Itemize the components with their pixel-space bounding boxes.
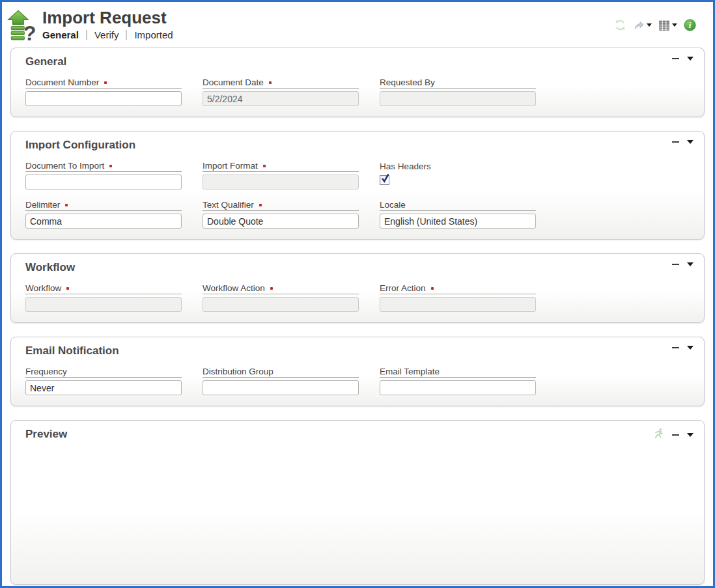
field-import-format: Import Format bbox=[203, 160, 380, 189]
field-label: Delimiter bbox=[25, 200, 60, 210]
section-import-configuration: Import Configuration Document To Import … bbox=[10, 131, 705, 240]
field-error-action: Error Action bbox=[380, 283, 557, 312]
field-label: Email Template bbox=[380, 367, 440, 376]
field-distribution-group: Distribution Group bbox=[203, 366, 380, 395]
required-marker bbox=[66, 287, 69, 290]
header-toolbar: i bbox=[614, 19, 704, 31]
section-title: Email Notification bbox=[25, 344, 695, 357]
import-question-icon: ? bbox=[7, 10, 38, 44]
document-number-input[interactable] bbox=[25, 91, 182, 106]
section-title: Workflow bbox=[25, 261, 695, 274]
field-email-template: Email Template bbox=[380, 366, 557, 395]
field-label: Import Format bbox=[203, 161, 258, 171]
field-label: Document Date bbox=[203, 77, 264, 87]
field-label: Distribution Group bbox=[203, 367, 273, 376]
field-label: Workflow Action bbox=[203, 283, 265, 293]
svg-text:i: i bbox=[689, 21, 692, 30]
section-caret-icon[interactable] bbox=[687, 262, 694, 266]
import-format-input bbox=[203, 175, 359, 189]
required-marker bbox=[263, 165, 266, 167]
required-marker bbox=[270, 287, 273, 290]
section-caret-icon[interactable] bbox=[687, 433, 694, 437]
text-qualifier-input[interactable] bbox=[203, 214, 359, 229]
section-caret-icon[interactable] bbox=[687, 57, 694, 61]
form-body: General Document Number Document Date Re… bbox=[2, 46, 713, 585]
workflow-action-input bbox=[203, 297, 359, 312]
collapse-icon[interactable] bbox=[672, 347, 679, 348]
collapse-icon[interactable] bbox=[672, 141, 679, 143]
field-workflow: Workflow bbox=[25, 283, 203, 312]
required-marker bbox=[109, 165, 112, 167]
field-text-qualifier: Text Qualifier bbox=[203, 199, 380, 229]
collapse-icon[interactable] bbox=[672, 434, 679, 436]
field-document-to-import: Document To Import bbox=[25, 160, 203, 189]
section-title: Import Configuration bbox=[25, 139, 695, 152]
info-icon: i bbox=[684, 19, 696, 31]
field-workflow-action: Workflow Action bbox=[203, 283, 380, 312]
document-date-input bbox=[203, 91, 359, 106]
section-caret-icon[interactable] bbox=[687, 346, 694, 350]
required-marker bbox=[431, 287, 434, 290]
field-label: Locale bbox=[380, 200, 406, 210]
refresh-button[interactable] bbox=[614, 19, 626, 31]
tab-bar: General Verify Imported bbox=[42, 29, 173, 40]
collapse-icon[interactable] bbox=[672, 264, 679, 265]
field-frequency: Frequency bbox=[25, 366, 203, 395]
requested-by-input bbox=[380, 91, 536, 106]
checkmark-icon bbox=[381, 173, 390, 184]
info-button[interactable]: i bbox=[684, 19, 696, 31]
svg-text:?: ? bbox=[23, 21, 36, 44]
page-title: Import Request bbox=[42, 8, 173, 27]
field-label: Document To Import bbox=[25, 161, 104, 171]
section-title: Preview bbox=[25, 428, 695, 441]
column-layout-icon bbox=[658, 20, 670, 31]
frequency-input[interactable] bbox=[25, 380, 182, 395]
field-label: Text Qualifier bbox=[203, 200, 254, 210]
section-email-notification: Email Notification Frequency Distributio… bbox=[10, 337, 705, 406]
delimiter-input[interactable] bbox=[25, 214, 182, 229]
required-marker bbox=[104, 81, 107, 84]
column-layout-button[interactable] bbox=[658, 20, 677, 31]
tab-imported[interactable]: Imported bbox=[134, 29, 173, 40]
distribution-group-input[interactable] bbox=[203, 380, 359, 395]
actions-dropdown-button[interactable] bbox=[633, 20, 652, 31]
field-has-headers: Has Headers bbox=[380, 160, 557, 189]
collapse-icon[interactable] bbox=[672, 58, 679, 59]
field-label: Workflow bbox=[25, 283, 61, 293]
tab-separator bbox=[86, 30, 87, 40]
field-label: Document Number bbox=[25, 77, 99, 87]
tab-separator bbox=[126, 30, 127, 40]
field-requested-by: Requested By bbox=[380, 77, 557, 106]
field-label: Requested By bbox=[380, 77, 435, 87]
locale-input[interactable] bbox=[380, 214, 536, 229]
tab-general[interactable]: General bbox=[42, 29, 79, 40]
field-locale: Locale bbox=[380, 199, 557, 229]
run-icon bbox=[653, 428, 664, 439]
required-marker bbox=[269, 81, 272, 84]
refresh-icon bbox=[614, 19, 626, 31]
chevron-down-icon bbox=[672, 23, 677, 27]
required-marker bbox=[65, 204, 68, 206]
chevron-down-icon bbox=[647, 23, 652, 27]
workflow-input bbox=[25, 297, 182, 312]
field-document-number: Document Number bbox=[25, 77, 203, 106]
required-marker bbox=[259, 204, 262, 206]
run-preview-button[interactable] bbox=[653, 428, 664, 441]
field-delimiter: Delimiter bbox=[25, 199, 203, 229]
section-preview: Preview bbox=[10, 420, 705, 585]
section-general: General Document Number Document Date Re… bbox=[10, 48, 705, 117]
document-to-import-input[interactable] bbox=[25, 175, 182, 189]
tab-verify[interactable]: Verify bbox=[94, 29, 119, 40]
has-headers-checkbox[interactable] bbox=[380, 175, 389, 185]
import-request-window: { "header": { "title": "Import Request",… bbox=[0, 0, 715, 588]
section-title: General bbox=[25, 55, 695, 68]
error-action-input bbox=[380, 297, 536, 312]
field-label: Error Action bbox=[380, 283, 426, 293]
page-header: ? Import Request General Verify Imported bbox=[2, 2, 713, 46]
forward-arrow-icon bbox=[633, 20, 645, 31]
field-label: Has Headers bbox=[380, 161, 431, 171]
field-document-date: Document Date bbox=[203, 77, 380, 106]
section-caret-icon[interactable] bbox=[687, 140, 694, 144]
email-template-input[interactable] bbox=[380, 380, 536, 395]
section-workflow: Workflow Workflow Workflow Action Error … bbox=[10, 253, 705, 323]
